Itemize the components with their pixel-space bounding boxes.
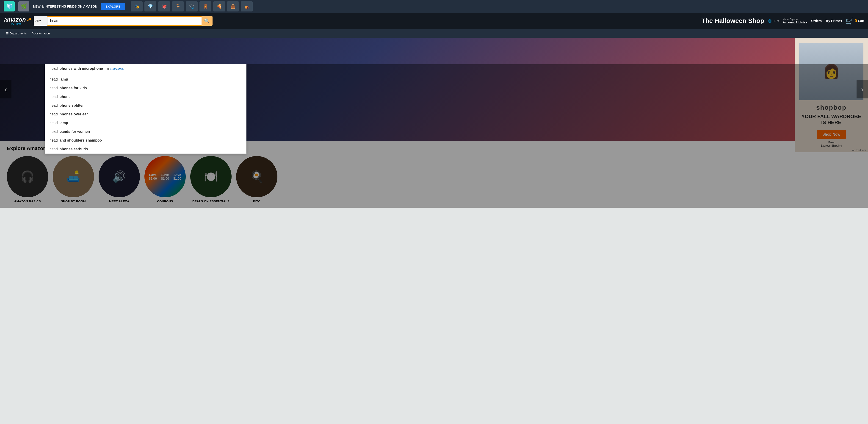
suggestion-4-rest: phone splitter (60, 104, 84, 108)
search-input[interactable] (48, 16, 202, 26)
account-chevron-icon: ▾ (806, 21, 807, 24)
explore-button[interactable]: EXPLORE (101, 3, 125, 10)
search-bar: All ▾ 🔍 (34, 16, 213, 26)
autocomplete-item-3[interactable]: headphone (45, 92, 246, 101)
top-banner: 🧊 🌿 NEW & INTERESTING FINDS ON AMAZON EX… (0, 0, 868, 13)
account-lists-label: Account & Lists ▾ (783, 21, 807, 24)
account-area[interactable]: Hello. Sign in Account & Lists ▾ (783, 18, 807, 24)
suggestion-5-rest: phones over ear (60, 112, 88, 116)
category-chevron-icon: ▾ (39, 19, 41, 23)
orders-link[interactable]: Orders (811, 19, 822, 23)
autocomplete-item-8[interactable]: head and shoulders shampoo (45, 136, 246, 145)
autocomplete-item-5[interactable]: headphones over ear (45, 110, 246, 119)
main-content: ‹ e HD 8 llexa 💾 16 or 32 GB storage 📱 H… (0, 38, 868, 208)
suggestion-5-prefix: head (50, 112, 58, 116)
search-icon: 🔍 (204, 18, 210, 24)
banner-icon-2: 🌿 (18, 1, 29, 11)
hello-label: Hello. Sign in (783, 18, 807, 21)
lang-chevron-icon: ▾ (777, 19, 779, 23)
suggestion-0-prefix: head (50, 66, 58, 71)
autocomplete-item-2[interactable]: headphones for kids (45, 84, 246, 92)
banner-img-6: 🪑 (172, 1, 184, 11)
suggestion-1-prefix: head (50, 77, 58, 81)
suggestion-8-rest: and shoulders shampoo (60, 138, 102, 142)
your-amazon-label: Your Amazon (32, 32, 50, 35)
autocomplete-item-4[interactable]: headphone splitter (45, 101, 246, 110)
banner-icon-1: 🧊 (4, 1, 15, 11)
suggestion-3-prefix: head (50, 95, 58, 99)
search-button[interactable]: 🔍 (202, 16, 213, 26)
suggestion-3-rest: phone (60, 95, 71, 99)
departments-label: Departments (10, 32, 27, 35)
try-prime-button[interactable]: Try Prime ▾ (825, 19, 842, 23)
banner-product-images: 🎭 💎 🐙 🪑 🩺 🧸 🍕 👜 ⛺ (131, 1, 253, 11)
nav-bar: ☰ Departments Your Amazon (0, 29, 868, 38)
autocomplete-dropdown: headphones with microphone in Electronic… (45, 64, 246, 154)
banner-img-4: 💎 (145, 1, 156, 11)
autocomplete-item-7[interactable]: headbands for women (45, 128, 246, 136)
globe-icon: 🌐 (768, 19, 772, 23)
suggestion-0-sub: in Electronics (106, 67, 124, 70)
nav-your-amazon[interactable]: Your Amazon (30, 30, 52, 36)
cart-label: Cart (858, 19, 864, 23)
cart-icon: 🛒 (846, 17, 854, 25)
autocomplete-item-0[interactable]: headphones with microphone in Electronic… (45, 64, 246, 73)
suggestion-7-rest: bands for women (60, 130, 90, 134)
logo-text: amazon↗ (4, 17, 31, 23)
try-prime-chevron-icon: ▾ (840, 19, 842, 23)
suggestion-2-rest: phones for kids (60, 86, 87, 90)
suggestion-9-rest: phones earbuds (60, 147, 88, 151)
banner-img-10: 👜 (227, 1, 239, 11)
autocomplete-item-6[interactable]: head lamp (45, 119, 246, 128)
banner-img-11: ⛺ (241, 1, 253, 11)
banner-img-7: 🩺 (186, 1, 198, 11)
try-prime-label: Try Prime (825, 19, 840, 23)
language-selector[interactable]: 🌐 EN ▾ (768, 19, 779, 23)
category-label: All (35, 19, 38, 23)
suggestion-6-prefix: head (50, 121, 58, 125)
search-category-selector[interactable]: All ▾ (34, 16, 48, 26)
suggestion-2-prefix: head (50, 86, 58, 90)
autocomplete-item-9[interactable]: headphones earbuds (45, 145, 246, 153)
amazon-logo[interactable]: amazon↗ Try Prime (4, 17, 31, 25)
suggestion-7-prefix: head (50, 130, 58, 134)
suggestion-0-rest: phones with microphone (60, 66, 103, 71)
header-right: The Halloween Shop 🌐 EN ▾ Hello. Sign in… (701, 17, 864, 25)
suggestion-1-rest: lamp (60, 77, 68, 81)
suggestion-9-prefix: head (50, 147, 58, 151)
suggestion-4-prefix: head (50, 104, 58, 108)
autocomplete-item-1[interactable]: headlamp (45, 75, 246, 84)
separator-0 (45, 74, 246, 74)
suggestion-6-rest: lamp (60, 121, 68, 125)
hamburger-icon: ☰ (6, 32, 9, 35)
suggestion-8-prefix: head (50, 138, 58, 142)
lang-label: EN (772, 19, 777, 23)
halloween-shop-title: The Halloween Shop (701, 17, 764, 25)
banner-img-5: 🐙 (158, 1, 170, 11)
main-header: amazon↗ Try Prime All ▾ 🔍 The Halloween … (0, 13, 868, 29)
nav-departments[interactable]: ☰ Departments (4, 30, 29, 36)
banner-img-8: 🧸 (199, 1, 211, 11)
banner-img-3: 🎭 (131, 1, 143, 11)
banner-new-text: NEW & INTERESTING FINDS ON AMAZON (33, 5, 97, 8)
cart-count: 0 (855, 19, 857, 23)
try-prime-sublabel: Try Prime (10, 23, 21, 25)
cart-area[interactable]: 🛒 0 Cart (846, 17, 864, 25)
banner-img-9: 🍕 (213, 1, 225, 11)
